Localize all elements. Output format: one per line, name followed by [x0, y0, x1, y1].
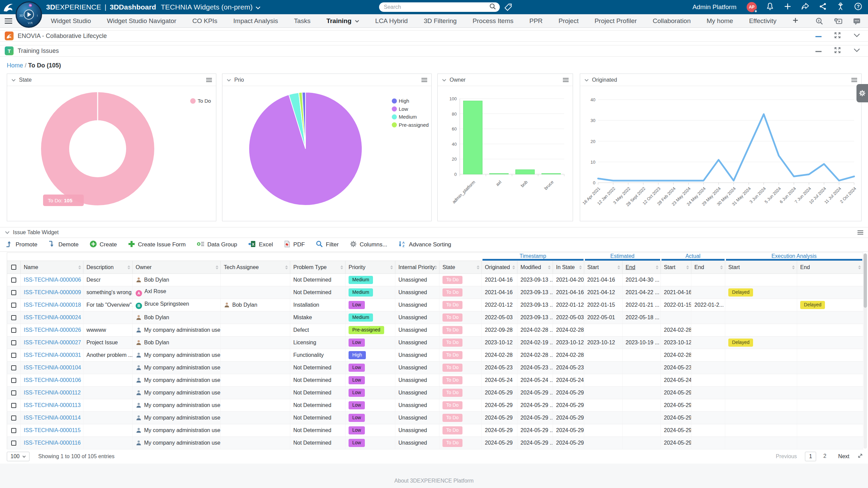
panel-menu-icon[interactable]	[421, 78, 427, 82]
row-checkbox[interactable]	[11, 278, 16, 283]
tag-icon[interactable]	[504, 3, 513, 13]
issue-link[interactable]: ISS-TECHNIA-0000018	[24, 302, 81, 308]
issue-link[interactable]: ISS-TECHNIA-0000106	[24, 377, 81, 383]
column-header-originated[interactable]: Originated	[482, 261, 517, 274]
row-checkbox[interactable]	[11, 428, 16, 433]
row-checkbox[interactable]	[11, 415, 16, 421]
tab-project-profiler[interactable]: Project Profiler	[594, 17, 637, 25]
column-header-in-state[interactable]: In State	[553, 261, 584, 274]
panel-collapse-icon[interactable]	[584, 77, 589, 83]
line-series[interactable]	[598, 114, 854, 181]
column-header-state[interactable]: State	[439, 261, 482, 274]
tab-widget-studio-navigator[interactable]: Widget Studio Navigator	[107, 17, 176, 25]
demote-button[interactable]: Demote	[48, 240, 79, 249]
tab-project[interactable]: Project	[558, 17, 578, 25]
media-player-icon[interactable]: 0	[833, 17, 843, 27]
menu-hamburger-icon[interactable]	[5, 18, 12, 24]
expand-button[interactable]	[833, 31, 842, 41]
dashboard-caret-icon[interactable]	[255, 3, 261, 11]
promote-button[interactable]: Promote	[5, 240, 37, 249]
column-header-end[interactable]: End	[797, 261, 863, 274]
next-button[interactable]: Next	[838, 453, 849, 460]
3d-compass-icon[interactable]: 3D V.R i ♒	[16, 1, 42, 28]
tab-ppr[interactable]: PPR	[529, 17, 542, 25]
row-checkbox[interactable]	[11, 303, 16, 308]
breadcrumb-home-link[interactable]: Home	[7, 62, 23, 69]
tab-process-items[interactable]: Process Items	[473, 17, 513, 25]
tab-widget-studio[interactable]: Widget Studio	[51, 17, 91, 25]
chat-icon[interactable]	[852, 17, 861, 27]
page-size-select[interactable]: 100	[7, 452, 29, 461]
panel-menu-icon[interactable]	[206, 78, 212, 82]
tab-effectivity[interactable]: Effectivity	[749, 17, 776, 25]
add-tab-button[interactable]	[792, 17, 798, 25]
row-checkbox[interactable]	[11, 328, 16, 333]
expand-button[interactable]	[833, 46, 842, 56]
filter-button[interactable]: Filter	[316, 240, 339, 249]
panel-menu-icon[interactable]	[563, 78, 569, 82]
scrollbar-thumb[interactable]	[864, 253, 867, 308]
legend-swatch[interactable]	[190, 98, 196, 104]
bar-bruce[interactable]	[542, 174, 561, 174]
row-checkbox[interactable]	[11, 290, 16, 295]
column-header-problem-type[interactable]: Problem Type	[290, 261, 346, 274]
issue-link[interactable]: ISS-TECHNIA-0000006	[24, 277, 81, 283]
add-content-icon[interactable]	[783, 2, 792, 12]
legend-swatch[interactable]	[392, 115, 397, 120]
column-header-end[interactable]: End	[623, 261, 661, 274]
minimize-button[interactable]	[815, 33, 822, 39]
issue-link[interactable]: ISS-TECHNIA-0000104	[24, 365, 81, 370]
row-checkbox[interactable]	[11, 340, 16, 345]
excel-button[interactable]: XExcel	[248, 240, 273, 249]
pdf-button[interactable]: PDF	[284, 240, 305, 249]
legend-swatch[interactable]	[392, 122, 397, 127]
minimize-button[interactable]	[815, 48, 822, 54]
tab-3d-filtering[interactable]: 3D Filtering	[424, 17, 457, 25]
search-input[interactable]	[384, 4, 489, 10]
column-header-internal-priority[interactable]: Internal Priority	[395, 261, 439, 274]
column-header-priority[interactable]: Priority	[346, 261, 395, 274]
row-checkbox[interactable]	[11, 378, 16, 383]
column-header-start[interactable]: Start	[661, 261, 691, 274]
create-issue-form-button[interactable]: Create Issue Form	[128, 240, 186, 249]
share-icon[interactable]	[801, 2, 810, 12]
collapse-button[interactable]	[853, 33, 861, 39]
columns-button[interactable]: Columns...	[350, 240, 387, 249]
help-icon[interactable]: ?	[854, 2, 863, 12]
column-header-owner[interactable]: Owner	[133, 261, 221, 274]
row-checkbox[interactable]	[11, 390, 16, 395]
issue-link[interactable]: ISS-TECHNIA-0000112	[24, 390, 81, 395]
user-avatar[interactable]: AP	[747, 2, 757, 12]
panel-collapse-icon[interactable]	[226, 77, 231, 83]
tab-tasks[interactable]: Tasks	[294, 17, 311, 25]
collapse-button[interactable]	[853, 48, 861, 54]
column-header-start[interactable]: Start	[725, 261, 797, 274]
tab-impact-analysis[interactable]: Impact Analysis	[233, 17, 278, 25]
panel-collapse-icon[interactable]	[11, 77, 16, 83]
vertical-scrollbar[interactable]	[864, 253, 867, 449]
bar-admin_platform[interactable]	[463, 101, 482, 174]
row-checkbox[interactable]	[11, 365, 16, 370]
issue-link[interactable]: ISS-TECHNIA-0000115	[24, 427, 81, 433]
issue-link[interactable]: ISS-TECHNIA-0000026	[24, 327, 81, 333]
data-group-button[interactable]: Data Group	[197, 240, 237, 249]
page-1-button[interactable]: 1	[805, 452, 816, 461]
search-icon[interactable]	[489, 3, 496, 12]
share-nodes-icon[interactable]	[818, 2, 827, 12]
advance-sorting-button[interactable]: AZAdvance Sorting	[398, 240, 451, 249]
resize-handle-icon[interactable]	[857, 453, 863, 460]
row-checkbox[interactable]	[11, 441, 16, 446]
bar-axl[interactable]	[490, 174, 509, 174]
table-menu-icon[interactable]	[857, 230, 863, 235]
issue-link[interactable]: ISS-TECHNIA-0000031	[24, 352, 81, 358]
panel-menu-icon[interactable]	[851, 78, 857, 82]
user-label[interactable]: Admin Platform	[692, 3, 736, 11]
tab-my-home[interactable]: My home	[707, 17, 733, 25]
pie-slice-low[interactable]	[249, 92, 362, 205]
column-header-name[interactable]: Name	[21, 261, 83, 274]
bar-bob[interactable]	[516, 170, 535, 174]
issue-link[interactable]: ISS-TECHNIA-0000114	[24, 415, 81, 421]
issue-link[interactable]: ISS-TECHNIA-0000024	[24, 314, 81, 320]
row-checkbox[interactable]	[11, 353, 16, 358]
select-all-checkbox[interactable]	[7, 261, 21, 274]
